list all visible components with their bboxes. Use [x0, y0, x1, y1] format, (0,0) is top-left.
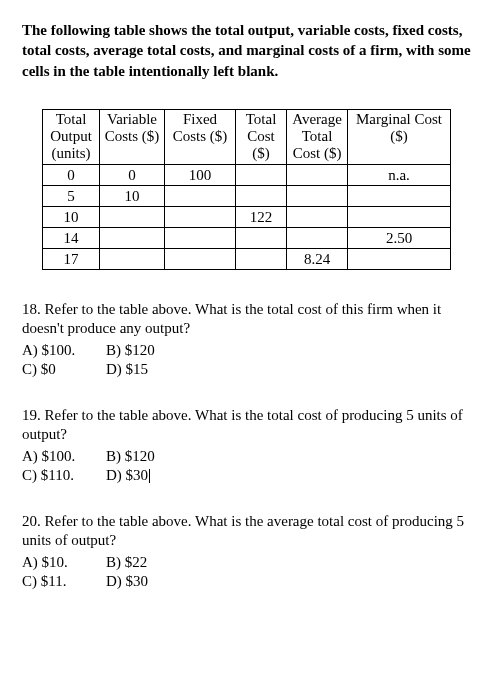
header-fixed-costs: Fixed Costs ($)	[165, 109, 236, 164]
question-options: A) $10. B) $22 C) $11. D) $30	[22, 553, 482, 592]
question-number: 19.	[22, 407, 41, 423]
table-row: 5 10	[43, 185, 451, 206]
option-d: D) $30	[106, 466, 150, 486]
cell-atc	[287, 185, 348, 206]
header-output: Total Output (units)	[43, 109, 100, 164]
cell-mc	[348, 185, 451, 206]
option-d: D) $30	[106, 572, 148, 592]
question-options: A) $100. B) $120 C) $110. D) $30	[22, 447, 482, 486]
cell-atc: 8.24	[287, 248, 348, 269]
cell-fc	[165, 206, 236, 227]
question-stem: Refer to the table above. What is the av…	[22, 513, 464, 549]
cell-fc: 100	[165, 164, 236, 185]
question-19: 19. Refer to the table above. What is th…	[22, 406, 482, 486]
header-average-total-cost: Average Total Cost ($)	[287, 109, 348, 164]
question-18: 18. Refer to the table above. What is th…	[22, 300, 482, 380]
cell-tc: 122	[236, 206, 287, 227]
option-c: C) $0	[22, 360, 84, 380]
cell-fc	[165, 227, 236, 248]
option-a: A) $100.	[22, 447, 84, 467]
cell-tc	[236, 185, 287, 206]
table-row: 10 122	[43, 206, 451, 227]
cell-vc: 0	[100, 164, 165, 185]
cell-output: 17	[43, 248, 100, 269]
cell-atc	[287, 206, 348, 227]
cell-fc	[165, 185, 236, 206]
question-number: 18.	[22, 301, 41, 317]
table-row: 14 2.50	[43, 227, 451, 248]
question-20: 20. Refer to the table above. What is th…	[22, 512, 482, 592]
cell-tc	[236, 164, 287, 185]
question-number: 20.	[22, 513, 41, 529]
option-d: D) $15	[106, 360, 148, 380]
option-c: C) $110.	[22, 466, 84, 486]
question-stem: Refer to the table above. What is the to…	[22, 301, 441, 337]
cell-vc	[100, 227, 165, 248]
cell-mc: 2.50	[348, 227, 451, 248]
cell-output: 0	[43, 164, 100, 185]
option-b: B) $22	[106, 553, 147, 573]
cell-tc	[236, 227, 287, 248]
header-marginal-cost: Marginal Cost ($)	[348, 109, 451, 164]
header-total-cost: Total Cost ($)	[236, 109, 287, 164]
cell-vc	[100, 248, 165, 269]
cell-fc	[165, 248, 236, 269]
cell-output: 14	[43, 227, 100, 248]
option-c: C) $11.	[22, 572, 84, 592]
cell-mc: n.a.	[348, 164, 451, 185]
text-cursor	[149, 469, 150, 483]
table-row: 17 8.24	[43, 248, 451, 269]
cell-tc	[236, 248, 287, 269]
cell-vc	[100, 206, 165, 227]
header-variable-costs: Variable Costs ($)	[100, 109, 165, 164]
option-a: A) $10.	[22, 553, 84, 573]
cost-table: Total Output (units) Variable Costs ($) …	[42, 109, 451, 270]
cell-vc: 10	[100, 185, 165, 206]
question-stem: Refer to the table above. What is the to…	[22, 407, 463, 443]
cell-output: 10	[43, 206, 100, 227]
table-row: 0 0 100 n.a.	[43, 164, 451, 185]
cell-atc	[287, 227, 348, 248]
question-options: A) $100. B) $120 C) $0 D) $15	[22, 341, 482, 380]
cell-mc	[348, 206, 451, 227]
cell-atc	[287, 164, 348, 185]
option-b: B) $120	[106, 447, 155, 467]
option-b: B) $120	[106, 341, 155, 361]
option-a: A) $100.	[22, 341, 84, 361]
cell-mc	[348, 248, 451, 269]
cell-output: 5	[43, 185, 100, 206]
intro-paragraph: The following table shows the total outp…	[22, 20, 482, 81]
